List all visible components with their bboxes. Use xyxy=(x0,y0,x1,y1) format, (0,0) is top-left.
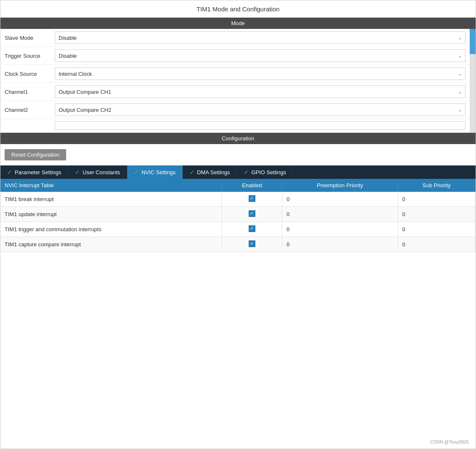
channel1-chevron-icon: ⌄ xyxy=(458,89,462,95)
slave-mode-row: Slave Mode Disable ⌄ xyxy=(0,29,470,47)
tab-nvic-label: NVIC Settings xyxy=(142,169,176,175)
clock-source-value: Internal Clock xyxy=(59,71,92,77)
channel1-row: Channel1 Output Compare CH1 ⌄ xyxy=(0,83,470,101)
clock-source-select[interactable]: Internal Clock ⌄ xyxy=(55,67,466,80)
sub-priority-cell: 0 xyxy=(398,207,475,222)
clock-source-label: Clock Source xyxy=(5,71,55,77)
tab-user-constants[interactable]: ✓ User Constants xyxy=(68,165,127,179)
channel2-select[interactable]: Output Compare CH2 ⌄ xyxy=(55,103,466,116)
channel1-value: Output Compare CH1 xyxy=(59,89,111,95)
mode-section-header: Mode xyxy=(0,18,476,29)
slave-mode-value: Disable xyxy=(59,35,77,41)
watermark: CSDN @Tony0925 xyxy=(430,439,469,444)
tab-dma-label: DMA Settings xyxy=(197,169,230,175)
sub-priority-cell: 0 xyxy=(398,192,475,207)
preemption-priority-cell: 0 xyxy=(282,222,398,237)
col-interrupt-name: NVIC Interrupt Table xyxy=(0,179,222,192)
tab-nvic-settings[interactable]: ✓ NVIC Settings xyxy=(127,165,183,179)
tab-dma-settings[interactable]: ✓ DMA Settings xyxy=(183,165,237,179)
trigger-source-row: Trigger Source Disable ⌄ xyxy=(0,47,470,65)
sub-priority-cell: 0 xyxy=(398,237,475,252)
channel1-select[interactable]: Output Compare CH1 ⌄ xyxy=(55,85,466,98)
tab-nvic-icon: ✓ xyxy=(134,169,139,175)
interrupt-name-cell: TIM1 trigger and commutation interrupts xyxy=(0,222,222,237)
scrollbar-thumb xyxy=(470,29,476,54)
tab-parameter-icon: ✓ xyxy=(7,169,12,175)
preemption-priority-cell: 0 xyxy=(282,207,398,222)
tab-user-constants-label: User Constants xyxy=(82,169,120,175)
tab-gpio-label: GPIO Settings xyxy=(251,169,286,175)
trigger-source-value: Disable xyxy=(59,53,77,59)
enabled-cell[interactable] xyxy=(222,222,282,237)
preemption-priority-cell: 0 xyxy=(282,237,398,252)
slave-mode-select[interactable]: Disable ⌄ xyxy=(55,31,466,44)
mode-fields: Slave Mode Disable ⌄ Trigger Source Disa… xyxy=(0,29,470,133)
col-preemption-priority: Preemption Priority xyxy=(282,179,398,192)
enabled-cell[interactable] xyxy=(222,192,282,207)
interrupt-name-cell: TIM1 update interrupt xyxy=(0,207,222,222)
interrupt-name-cell: TIM1 capture compare interrupt xyxy=(0,237,222,252)
table-row: TIM1 break interrupt00 xyxy=(0,192,476,207)
table-row: TIM1 update interrupt00 xyxy=(0,207,476,222)
trigger-source-select[interactable]: Disable ⌄ xyxy=(55,49,466,62)
tab-gpio-settings[interactable]: ✓ GPIO Settings xyxy=(237,165,293,179)
tab-parameter-settings[interactable]: ✓ Parameter Settings xyxy=(0,165,68,179)
main-container: TIM1 Mode and Configuration Mode Slave M… xyxy=(0,0,476,449)
interrupt-name-cell: TIM1 break interrupt xyxy=(0,192,222,207)
nvic-table: NVIC Interrupt Table Enabled Preemption … xyxy=(0,179,476,252)
sub-priority-cell: 0 xyxy=(398,222,475,237)
tab-dma-icon: ✓ xyxy=(190,169,195,175)
trigger-source-label: Trigger Source xyxy=(5,53,55,59)
scrollbar[interactable] xyxy=(470,29,476,133)
channel1-label: Channel1 xyxy=(5,89,55,95)
tabs-row: ✓ Parameter Settings ✓ User Constants ✓ … xyxy=(0,165,476,179)
partial-select[interactable] xyxy=(55,121,466,130)
partial-row xyxy=(0,119,470,133)
enabled-cell[interactable] xyxy=(222,207,282,222)
channel2-value: Output Compare CH2 xyxy=(59,107,111,113)
channel2-label: Channel2 xyxy=(5,107,55,113)
slave-mode-label: Slave Mode xyxy=(5,35,55,41)
clock-source-chevron-icon: ⌄ xyxy=(458,71,462,77)
clock-source-row: Clock Source Internal Clock ⌄ xyxy=(0,65,470,83)
checkbox-checked-icon[interactable] xyxy=(249,240,255,247)
enabled-cell[interactable] xyxy=(222,237,282,252)
reset-configuration-button[interactable]: Reset Configuration xyxy=(5,149,66,160)
mode-section: Slave Mode Disable ⌄ Trigger Source Disa… xyxy=(0,29,476,133)
tab-parameter-label: Parameter Settings xyxy=(15,169,61,175)
tab-user-constants-icon: ✓ xyxy=(75,169,80,175)
slave-mode-chevron-icon: ⌄ xyxy=(458,35,462,41)
checkbox-checked-icon[interactable] xyxy=(249,195,255,202)
page-title: TIM1 Mode and Configuration xyxy=(0,0,476,18)
tab-gpio-icon: ✓ xyxy=(244,169,249,175)
checkbox-checked-icon[interactable] xyxy=(249,225,255,232)
channel2-row: Channel2 Output Compare CH2 ⌄ xyxy=(0,101,470,119)
table-row: TIM1 capture compare interrupt00 xyxy=(0,237,476,252)
config-section: Reset Configuration ✓ Parameter Settings… xyxy=(0,144,476,252)
col-sub-priority: Sub Priority xyxy=(398,179,475,192)
config-section-header: Configuration xyxy=(0,133,476,144)
col-enabled: Enabled xyxy=(222,179,282,192)
checkbox-checked-icon[interactable] xyxy=(249,210,255,217)
table-row: TIM1 trigger and commutation interrupts0… xyxy=(0,222,476,237)
preemption-priority-cell: 0 xyxy=(282,192,398,207)
channel2-chevron-icon: ⌄ xyxy=(458,107,462,113)
trigger-source-chevron-icon: ⌄ xyxy=(458,53,462,59)
